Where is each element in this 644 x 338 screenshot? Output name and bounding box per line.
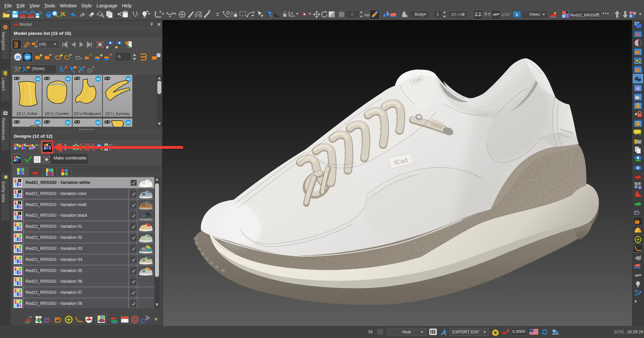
svg-text:c: c: [19, 201, 20, 205]
svg-text:c: c: [567, 11, 568, 14]
svg-text:c: c: [19, 190, 20, 194]
svg-text:$: $: [507, 329, 509, 333]
svg-text:c: c: [19, 212, 20, 215]
svg-text:3D: 3D: [25, 55, 30, 59]
svg-text:2D: 2D: [15, 55, 20, 59]
svg-text:c: c: [19, 179, 20, 183]
